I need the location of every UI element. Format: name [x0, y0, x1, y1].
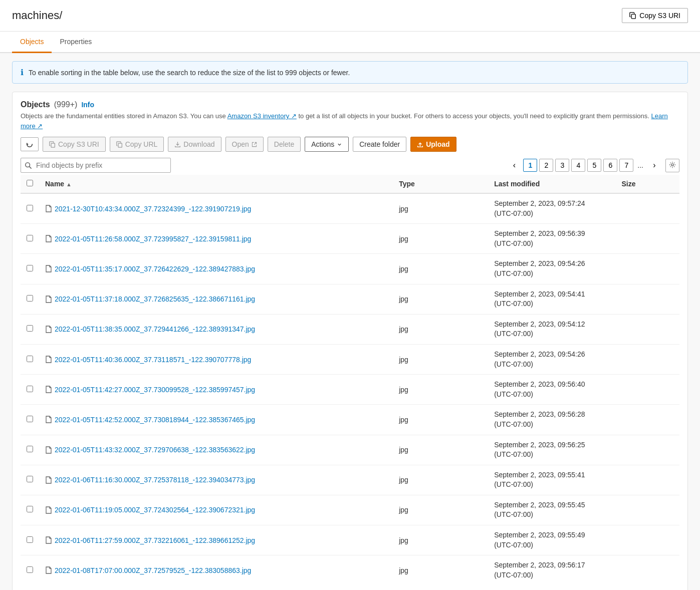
copy-url-label: Copy URL [125, 140, 158, 148]
copy-s3-uri-button[interactable]: Copy S3 URI [43, 137, 106, 152]
header-modified[interactable]: Last modified [488, 175, 615, 193]
row-size-1 [616, 224, 679, 254]
row-modified-tz-11: (UTC-07:00) [494, 540, 609, 550]
create-folder-button[interactable]: Create folder [353, 137, 406, 152]
tab-objects[interactable]: Objects [12, 32, 52, 53]
table-row: 2022-01-05T11:42:52.000Z_37.730818944_-1… [21, 405, 679, 435]
row-checkbox-1[interactable] [27, 235, 33, 241]
select-all-checkbox[interactable] [27, 180, 33, 186]
header-size[interactable]: Size [616, 175, 679, 193]
download-label: Download [183, 140, 214, 148]
row-modified-date-8: September 2, 2023, 09:56:25 [494, 440, 609, 450]
header-name[interactable]: Name ▲ [39, 175, 393, 193]
search-wrap [21, 158, 171, 173]
page-5-button[interactable]: 5 [587, 159, 601, 172]
row-checkbox-6[interactable] [27, 386, 33, 392]
file-link-7[interactable]: 2022-01-05T11:42:52.000Z_37.730818944_-1… [45, 416, 387, 424]
row-name-2: 2022-01-05T11:35:17.000Z_37.726422629_-1… [39, 254, 393, 284]
objects-table: Name ▲ Type Last modified Size 2021-12-3… [21, 175, 679, 585]
file-icon-4 [45, 326, 52, 333]
copy-icon-top [629, 12, 636, 19]
row-modified-date-7: September 2, 2023, 09:56:28 [494, 410, 609, 420]
upload-button[interactable]: Upload [410, 137, 456, 152]
row-checkbox-cell-7 [21, 405, 39, 435]
file-link-5[interactable]: 2022-01-05T11:40:36.000Z_37.73118571_-12… [45, 356, 387, 364]
row-checkbox-7[interactable] [27, 416, 33, 422]
file-icon-11 [45, 536, 52, 544]
copy-s3-uri-top-button[interactable]: Copy S3 URI [622, 8, 688, 23]
page-2-button[interactable]: 2 [539, 159, 553, 172]
prev-page-button[interactable]: ‹ [507, 159, 521, 172]
row-size-5 [616, 344, 679, 374]
file-link-2[interactable]: 2022-01-05T11:35:17.000Z_37.726422629_-1… [45, 265, 387, 273]
row-checkbox-cell-11 [21, 525, 39, 555]
row-checkbox-2[interactable] [27, 265, 33, 271]
search-input[interactable] [21, 158, 171, 173]
objects-info-link[interactable]: Info [81, 101, 94, 109]
objects-label: Objects [21, 100, 50, 109]
row-modified-date-10: September 2, 2023, 09:55:45 [494, 500, 609, 510]
row-checkbox-cell-10 [21, 495, 39, 525]
copy-url-button[interactable]: Copy URL [110, 137, 164, 152]
learn-more-link[interactable]: Learn more ↗ [21, 112, 668, 130]
row-checkbox-5[interactable] [27, 356, 33, 362]
file-link-3[interactable]: 2022-01-05T11:37:18.000Z_37.726825635_-1… [45, 295, 387, 303]
row-size-9 [616, 465, 679, 495]
objects-count: (999+) [54, 100, 78, 109]
actions-button[interactable]: Actions [305, 137, 349, 152]
row-checkbox-8[interactable] [27, 446, 33, 452]
row-checkbox-9[interactable] [27, 476, 33, 482]
row-modified-1: September 2, 2023, 09:56:39 (UTC-07:00) [488, 224, 615, 254]
row-checkbox-10[interactable] [27, 506, 33, 512]
table-row: 2022-01-05T11:40:36.000Z_37.73118571_-12… [21, 344, 679, 374]
delete-button[interactable]: Delete [268, 137, 301, 152]
row-modified-text-4: September 2, 2023, 09:54:12 (UTC-07:00) [494, 320, 609, 339]
row-checkbox-cell-6 [21, 375, 39, 405]
file-link-8[interactable]: 2022-01-05T11:43:32.000Z_37.729706638_-1… [45, 446, 387, 454]
file-link-0[interactable]: 2021-12-30T10:43:34.000Z_37.72324399_-12… [45, 205, 387, 213]
row-name-4: 2022-01-05T11:38:35.000Z_37.729441266_-1… [39, 314, 393, 344]
row-checkbox-4[interactable] [27, 325, 33, 332]
header-type[interactable]: Type [393, 175, 488, 193]
next-page-button[interactable]: › [647, 159, 661, 172]
page-1-button[interactable]: 1 [523, 159, 537, 172]
row-modified-0: September 2, 2023, 09:57:24 (UTC-07:00) [488, 193, 615, 224]
row-checkbox-3[interactable] [27, 295, 33, 302]
file-link-10[interactable]: 2022-01-06T11:19:05.000Z_37.724302564_-1… [45, 506, 387, 514]
table-settings-button[interactable] [665, 159, 679, 172]
row-modified-tz-10: (UTC-07:00) [494, 510, 609, 520]
file-link-11[interactable]: 2022-01-06T11:27:59.000Z_37.732216061_-1… [45, 536, 387, 544]
row-name-8: 2022-01-05T11:43:32.000Z_37.729706638_-1… [39, 435, 393, 465]
row-checkbox-0[interactable] [27, 205, 33, 211]
s3-inventory-link[interactable]: Amazon S3 inventory ↗ [227, 112, 297, 120]
page-7-button[interactable]: 7 [619, 159, 633, 172]
file-link-1[interactable]: 2022-01-05T11:26:58.000Z_37.723995827_-1… [45, 235, 387, 243]
download-button[interactable]: Download [168, 137, 221, 152]
page-3-button[interactable]: 3 [555, 159, 569, 172]
row-name-6: 2022-01-05T11:42:27.000Z_37.730099528_-1… [39, 375, 393, 405]
row-name-3: 2022-01-05T11:37:18.000Z_37.726825635_-1… [39, 284, 393, 314]
page-4-button[interactable]: 4 [571, 159, 585, 172]
row-modified-date-12: September 2, 2023, 09:56:17 [494, 560, 609, 570]
row-checkbox-11[interactable] [27, 536, 33, 543]
tab-properties[interactable]: Properties [52, 32, 100, 53]
file-link-6[interactable]: 2022-01-05T11:42:27.000Z_37.730099528_-1… [45, 386, 387, 394]
refresh-icon [26, 141, 33, 148]
table-row: 2022-01-06T11:27:59.000Z_37.732216061_-1… [21, 525, 679, 555]
download-icon [174, 141, 181, 148]
row-checkbox-12[interactable] [27, 566, 33, 573]
row-modified-8: September 2, 2023, 09:56:25 (UTC-07:00) [488, 435, 615, 465]
refresh-button[interactable] [21, 137, 39, 151]
file-icon-3 [45, 296, 52, 303]
open-button[interactable]: Open [225, 137, 264, 152]
row-modified-text-2: September 2, 2023, 09:54:26 (UTC-07:00) [494, 259, 609, 278]
delete-label: Delete [274, 140, 294, 148]
file-icon-2 [45, 265, 52, 272]
row-modified-6: September 2, 2023, 09:56:40 (UTC-07:00) [488, 375, 615, 405]
row-size-12 [616, 555, 679, 585]
file-link-9[interactable]: 2022-01-06T11:16:30.000Z_37.725378118_-1… [45, 476, 387, 484]
page-6-button[interactable]: 6 [603, 159, 617, 172]
file-link-12[interactable]: 2022-01-08T17:07:00.000Z_37.72579525_-12… [45, 566, 387, 574]
file-link-4[interactable]: 2022-01-05T11:38:35.000Z_37.729441266_-1… [45, 325, 387, 333]
row-checkbox-cell-5 [21, 344, 39, 374]
